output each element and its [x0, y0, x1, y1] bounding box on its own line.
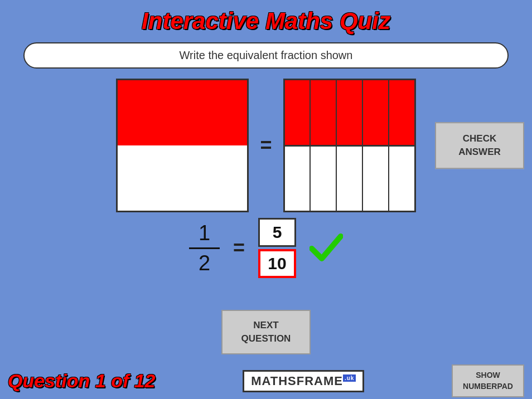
- left-denominator: 2: [199, 251, 210, 275]
- left-block-top: [118, 80, 247, 145]
- col-3-bottom: [337, 147, 362, 211]
- visual-equals-sign: =: [260, 134, 272, 157]
- bottom-bar: Question 1 of 12 MATHSFRAME.uk SHOW NUMB…: [0, 363, 532, 399]
- input-fraction: 5 10: [258, 218, 296, 278]
- fraction-col-1: [285, 80, 311, 211]
- visuals-area: = CHECK ANSWER: [0, 79, 532, 212]
- col-4-top: [363, 80, 388, 147]
- question-label: Question 1 of 12: [8, 370, 156, 392]
- correct-checkmark: [309, 232, 343, 265]
- next-question-button[interactable]: NEXT QUESTION: [221, 310, 311, 354]
- check-answer-button[interactable]: CHECK ANSWER: [435, 122, 524, 169]
- col-1-top: [285, 80, 310, 147]
- fraction-col-3: [337, 80, 363, 211]
- col-4-bottom: [363, 147, 388, 211]
- answer-denominator-box[interactable]: 10: [258, 249, 296, 278]
- instruction-bar: Write the equivalent fraction shown: [23, 42, 509, 69]
- page-title: Interactive Maths Quiz: [0, 0, 532, 35]
- fraction-col-5: [389, 80, 414, 211]
- left-fraction-line: [189, 247, 220, 249]
- right-fraction-block: [283, 79, 416, 212]
- equation-equals-sign: =: [233, 236, 245, 260]
- col-5-bottom: [389, 147, 414, 211]
- equation-row: 1 2 = 5 10: [0, 218, 532, 278]
- mathsframe-logo-text: MATHSFRAME: [251, 374, 343, 388]
- col-1-bottom: [285, 147, 310, 211]
- fraction-col-2: [311, 80, 337, 211]
- left-numerator: 1: [199, 221, 210, 245]
- answer-numerator-box[interactable]: 5: [258, 218, 296, 247]
- col-3-top: [337, 80, 362, 147]
- uk-badge: .uk: [343, 374, 356, 382]
- left-block-bottom: [118, 145, 247, 211]
- col-5-top: [389, 80, 414, 147]
- show-numberpad-button[interactable]: SHOW NUMBERPAD: [452, 364, 524, 397]
- mathsframe-logo: MATHSFRAME.uk: [243, 370, 364, 392]
- col-2-bottom: [311, 147, 336, 211]
- left-text-fraction: 1 2: [189, 221, 220, 275]
- left-fraction-block: [116, 79, 249, 212]
- col-2-top: [311, 80, 336, 147]
- fraction-col-4: [363, 80, 389, 211]
